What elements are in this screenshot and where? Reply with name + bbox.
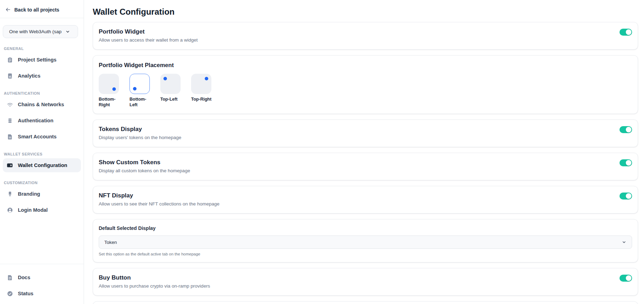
app-window: Back to all projects One with Web3Auth (… <box>0 0 644 304</box>
placement-dot-icon <box>205 77 208 80</box>
wallet-icon <box>6 162 13 169</box>
buy-button-card: Buy Button Allow users to purchase crypt… <box>93 268 638 296</box>
placement-dot-icon <box>163 77 167 80</box>
show-custom-tokens-card: Show Custom Tokens Display all custom to… <box>93 153 638 180</box>
chevron-down-icon <box>622 240 626 245</box>
main-content: Wallet Configuration Portfolio Widget Al… <box>84 0 644 304</box>
card-description: Allow users to purchase crypto via on-ra… <box>99 283 210 289</box>
sidebar-nav: GENERAL Project Settings Analytics AUTHE… <box>0 38 84 217</box>
sidebar-item-label: Analytics <box>18 73 40 79</box>
card-title: NFT Display <box>99 191 219 200</box>
default-selected-display-card: Default Selected Display Token Set this … <box>93 219 638 262</box>
sidebar-footer: Docs Status <box>0 264 84 304</box>
card-title: Portfolio Widget <box>99 28 198 36</box>
nft-display-toggle[interactable] <box>620 193 632 200</box>
sidebar-item-label: Smart Accounts <box>18 134 57 139</box>
field-label: Default Selected Display <box>99 225 632 232</box>
sidebar-divider <box>0 18 84 18</box>
sidebar-item-label: Chains & Networks <box>18 102 64 107</box>
sidebar-item-authentication[interactable]: Authentication <box>3 114 81 128</box>
clipboard-icon <box>6 56 13 63</box>
field-helper: Set this option as the default active ta… <box>99 252 632 256</box>
placement-option-top-right[interactable]: Top-Right <box>191 74 214 108</box>
section-label-customization: CUSTOMIZATION <box>4 181 79 185</box>
placement-label: Bottom-Left <box>130 96 152 108</box>
placement-card: Portfolio Widget Placement Bottom-Right … <box>93 55 638 114</box>
partial-next-card <box>93 301 638 304</box>
back-arrow-icon <box>5 7 11 13</box>
sidebar-item-label: Branding <box>18 191 40 197</box>
card-title: Show Custom Tokens <box>99 158 190 167</box>
portfolio-widget-toggle[interactable] <box>620 29 632 36</box>
sidebar-item-docs[interactable]: Docs <box>3 270 81 284</box>
chevron-down-icon <box>65 29 70 34</box>
buy-button-toggle[interactable] <box>620 275 632 282</box>
sidebar-item-smart-accounts[interactable]: Smart Accounts <box>3 130 81 144</box>
show-custom-tokens-toggle[interactable] <box>620 159 632 166</box>
section-label-wallet-services: WALLET SERVICES <box>4 152 79 156</box>
card-title: Buy Button <box>99 274 210 282</box>
placement-dot-icon <box>133 87 136 91</box>
placement-label: Bottom-Right <box>99 96 121 108</box>
card-description: Allow users to access their wallet from … <box>99 37 198 43</box>
toggle-knob <box>626 275 631 281</box>
database-icon <box>6 117 13 124</box>
document-icon <box>6 274 13 281</box>
user-circle-icon <box>6 207 13 213</box>
sidebar-item-label: Status <box>18 291 33 296</box>
section-label-general: GENERAL <box>4 46 79 51</box>
portfolio-widget-card: Portfolio Widget Allow users to access t… <box>93 22 638 50</box>
project-selector-value: One with Web3Auth (sap <box>9 29 65 34</box>
check-circle-icon <box>6 290 13 297</box>
file-icon <box>6 133 13 140</box>
placement-tile-selected <box>130 74 150 94</box>
page-title: Wallet Configuration <box>93 7 638 17</box>
sidebar-item-label: Wallet Configuration <box>18 162 67 168</box>
tokens-display-card: Tokens Display Display users' tokens on … <box>93 120 638 147</box>
sidebar-item-project-settings[interactable]: Project Settings <box>3 53 81 67</box>
placement-options: Bottom-Right Bottom-Left Top-Left Top-Ri… <box>99 74 632 108</box>
card-title: Portfolio Widget Placement <box>99 61 632 69</box>
default-display-select[interactable]: Token <box>99 236 632 249</box>
sidebar-item-chains-networks[interactable]: Chains & Networks <box>3 97 81 111</box>
toggle-knob <box>626 160 631 166</box>
section-label-authentication: AUTHENTICATION <box>4 91 79 95</box>
toggle-knob <box>626 29 631 35</box>
placement-dot-icon <box>112 87 116 91</box>
sidebar-item-label: Login Modal <box>18 207 48 213</box>
card-title: Tokens Display <box>99 125 181 133</box>
select-value: Token <box>104 240 117 245</box>
sidebar: Back to all projects One with Web3Auth (… <box>0 0 84 304</box>
paintbrush-icon <box>6 190 13 197</box>
back-label: Back to all projects <box>14 7 59 13</box>
tokens-display-toggle[interactable] <box>620 126 632 133</box>
sidebar-item-login-modal[interactable]: Login Modal <box>3 203 81 217</box>
sidebar-item-label: Authentication <box>18 118 54 123</box>
card-description: Display users' tokens on the homepage <box>99 135 181 141</box>
back-to-projects-link[interactable]: Back to all projects <box>0 0 84 18</box>
toggle-knob <box>626 127 631 132</box>
placement-tile <box>191 74 211 94</box>
placement-option-top-left[interactable]: Top-Left <box>160 74 183 108</box>
card-description: Display all custom tokens on the homepag… <box>99 168 190 174</box>
card-description: Allow users to see their NFT collections… <box>99 201 219 207</box>
nft-display-card: NFT Display Allow users to see their NFT… <box>93 186 638 213</box>
project-selector[interactable]: One with Web3Auth (sap <box>3 25 78 38</box>
placement-label: Top-Right <box>191 96 214 102</box>
sidebar-item-label: Docs <box>18 275 30 280</box>
wifi-icon <box>6 101 13 108</box>
analytics-doc-icon <box>6 72 13 79</box>
sidebar-item-analytics[interactable]: Analytics <box>3 69 81 83</box>
sidebar-item-label: Project Settings <box>18 57 56 63</box>
sidebar-item-status[interactable]: Status <box>3 287 81 301</box>
placement-label: Top-Left <box>160 96 183 102</box>
sidebar-item-wallet-configuration[interactable]: Wallet Configuration <box>3 158 81 172</box>
placement-tile <box>160 74 181 94</box>
placement-option-bottom-left[interactable]: Bottom-Left <box>130 74 152 108</box>
toggle-knob <box>626 193 631 199</box>
placement-tile <box>99 74 119 94</box>
sidebar-item-branding[interactable]: Branding <box>3 187 81 201</box>
placement-option-bottom-right[interactable]: Bottom-Right <box>99 74 121 108</box>
